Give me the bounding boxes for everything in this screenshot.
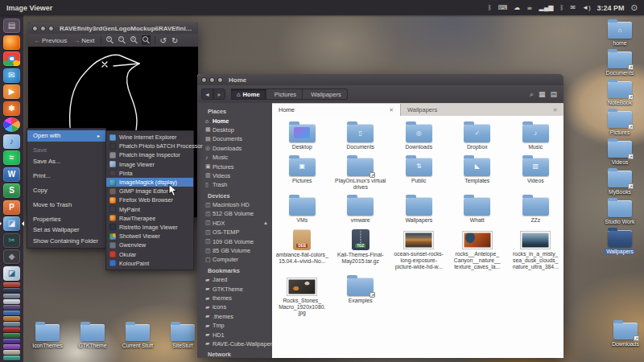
image-viewer-launcher-icon[interactable]: ◪: [3, 216, 20, 231]
presentation-launcher-icon[interactable]: P: [3, 200, 20, 215]
gimp-launcher-icon[interactable]: ◆: [3, 249, 20, 264]
desktop-icon[interactable]: ↗ Pictures: [599, 111, 641, 135]
bluetooth-tray-icon[interactable]: ᛒ: [559, 5, 564, 11]
folded-app-icon[interactable]: [3, 333, 20, 338]
sidebar-item[interactable]: ◫ 85 GB Volume: [197, 246, 272, 255]
tab-close-icon[interactable]: ✕: [553, 107, 558, 113]
volume-icon[interactable]: ◄): [582, 5, 591, 11]
desktop-icon[interactable]: ⌂ home: [599, 22, 641, 46]
sidebar-item[interactable]: Network: [197, 350, 272, 358]
sidebar-item[interactable]: Bookmarks: [197, 266, 272, 275]
zoom-fit-button[interactable]: [142, 35, 151, 45]
open-with-app-item[interactable]: GIMP Image Editor: [106, 187, 193, 195]
desktop-icon[interactable]: ↗ Videos: [599, 141, 641, 165]
file-icon[interactable]: Wallpapers: [390, 194, 448, 224]
file-icon[interactable]: ▣ Pictures: [273, 154, 332, 191]
bluetooth-icon[interactable]: ᛒ: [488, 5, 492, 11]
zoom-in-button[interactable]: +: [105, 35, 114, 45]
sidebar-item[interactable]: ▰ Jared: [197, 275, 272, 284]
sidebar-item[interactable]: ▦ Desktop: [197, 125, 272, 134]
zoom-out-button[interactable]: −: [118, 35, 126, 45]
rotate-right-button[interactable]: ↻: [170, 36, 180, 45]
file-icon[interactable]: vmware: [332, 194, 390, 224]
context-menu-item[interactable]: Copy: [27, 185, 105, 196]
sidebar-item[interactable]: ▰ themes: [197, 294, 272, 302]
file-icon[interactable]: rocks__Antelope_ Canyon__nature__ textur…: [448, 228, 507, 269]
writer-launcher-icon[interactable]: W: [3, 167, 20, 182]
eject-icon[interactable]: ▲: [263, 220, 268, 225]
context-menu-item[interactable]: Show Containing Folder: [27, 236, 105, 247]
spotify-launcher-icon[interactable]: ≈: [3, 150, 20, 165]
context-menu-item[interactable]: Properties: [27, 214, 105, 225]
file-icon[interactable]: DEB ambiance-flat-colors_ 15.04.4–vivid–…: [273, 228, 332, 269]
clock[interactable]: 3:24 PM: [597, 4, 631, 12]
close-button[interactable]: [32, 26, 38, 31]
open-with-app-item[interactable]: ImageMagick (display): [106, 178, 193, 187]
folded-app-icon[interactable]: [3, 305, 20, 310]
open-with-app-item[interactable]: Phatch PHoto bATCH Processor: [106, 142, 193, 150]
sidebar-item[interactable]: ▰ icons: [197, 302, 272, 311]
sidebar-item[interactable]: ◫ 512 GB Volume: [197, 209, 272, 218]
file-icon[interactable]: rocks_in_a_misty_ sea_dusk_clouds_ natur…: [506, 228, 564, 269]
sidebar-item[interactable]: ▰ RAVE-Cube-Wallpaper-...: [197, 339, 272, 348]
forward-button[interactable]: ▸: [213, 88, 225, 100]
file-icon[interactable]: ✓ Dropbox: [448, 121, 507, 150]
file-icon[interactable]: ▥ Videos: [506, 154, 564, 191]
folded-app-icon[interactable]: [3, 344, 20, 349]
maximize-button[interactable]: [48, 26, 54, 31]
breadcrumb-button[interactable]: Pictures: [266, 88, 303, 100]
icon-view-toggle-icon[interactable]: ▦: [539, 90, 546, 98]
open-with-app-item[interactable]: RawTherapee: [106, 214, 193, 223]
breadcrumb-button[interactable]: ⌂ Home: [231, 88, 266, 100]
file-icon[interactable]: VMs: [273, 194, 332, 224]
sidebar-item[interactable]: ▰ .themes: [197, 312, 272, 321]
sidebar-item[interactable]: ◫ Macintosh HD: [197, 200, 272, 209]
open-with-app-item[interactable]: Pinta: [106, 169, 193, 178]
file-icon[interactable]: ↗ Examples: [332, 274, 390, 316]
file-icon[interactable]: TGZ Kali-Themes-Final-May2015.tar.gz: [332, 228, 390, 269]
thunderbird-launcher-icon[interactable]: ✉: [3, 68, 20, 83]
desktop-icon[interactable]: IconThemes: [27, 324, 68, 348]
sidebar-item[interactable]: ▤ Documents: [197, 134, 272, 143]
color-wheel-launcher-icon[interactable]: [3, 117, 20, 132]
desktop-icon[interactable]: ↗ NoteBook: [599, 81, 641, 105]
file-icon[interactable]: ↗ PlayOnLinux's virtual drives: [332, 154, 390, 191]
context-menu-item[interactable]: Set as Wallpaper: [27, 224, 105, 236]
sidebar-item[interactable]: ▣ Pictures: [197, 162, 272, 171]
sidebar-item[interactable]: ▰ GTKTheme: [197, 284, 272, 293]
brew-applet-icon[interactable]: ☕: [526, 5, 532, 11]
rotate-left-button[interactable]: ↺: [159, 36, 168, 45]
folded-app-icon[interactable]: [3, 322, 20, 327]
desktop-icon[interactable]: Wallpapers: [599, 230, 641, 254]
folded-app-icon[interactable]: [3, 350, 20, 355]
context-menu-item[interactable]: Print...: [27, 171, 105, 182]
sidebar-item[interactable]: ◎ Downloads: [197, 144, 272, 153]
open-with-app-item[interactable]: KolourPaint: [106, 259, 193, 268]
open-with-app-item[interactable]: Wine Internet Explorer: [106, 133, 193, 142]
open-with-app-item[interactable]: Image Viewer: [106, 160, 193, 169]
sidebar-item[interactable]: ♪ Music: [197, 153, 272, 162]
software-center-launcher-icon[interactable]: ✽: [3, 101, 20, 116]
file-icon[interactable]: ♪ Music: [506, 121, 564, 150]
open-with-app-item[interactable]: MyPaint: [106, 205, 193, 214]
weather-icon[interactable]: ☁: [514, 5, 520, 11]
sidebar-item[interactable]: Devices: [197, 191, 272, 200]
folded-app-icon[interactable]: [3, 356, 20, 360]
minimize-button[interactable]: [209, 77, 215, 83]
firefox-launcher-icon[interactable]: [3, 35, 20, 50]
file-icon[interactable]: Rocks_Stones_ Macro_1920x1080. jpg: [273, 274, 332, 316]
chrome-launcher-icon[interactable]: [3, 51, 20, 66]
folded-app-icon[interactable]: [3, 294, 20, 298]
close-button[interactable]: [201, 77, 207, 83]
sidebar-item[interactable]: ◫ OS-TEMP: [197, 228, 272, 237]
maximize-button[interactable]: [217, 77, 223, 83]
context-menu-item[interactable]: Move to Trash: [27, 200, 105, 211]
open-with-app-item[interactable]: Firefox Web Browser: [106, 195, 193, 204]
desktop-icon-downloads[interactable]: ↗ Downloads: [605, 323, 644, 347]
previous-button[interactable]: ← Previous: [31, 36, 69, 45]
context-menu-item[interactable]: Open with ▸: [27, 130, 105, 142]
file-manager-titlebar[interactable]: Home: [197, 74, 564, 85]
search-icon[interactable]: ⌕: [530, 90, 534, 99]
minimize-button[interactable]: [40, 26, 46, 31]
sidebar-item[interactable]: ▢ Computer: [197, 255, 272, 264]
